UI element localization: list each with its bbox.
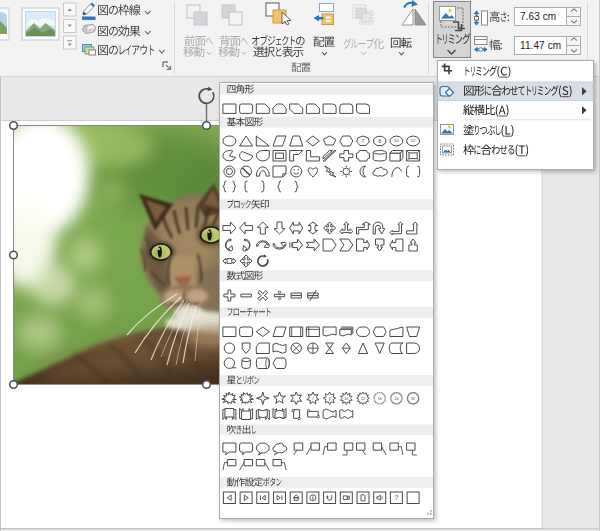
- svg-text:32: 32: [411, 397, 415, 401]
- svg-text:12: 12: [361, 397, 365, 401]
- svg-text:24: 24: [394, 397, 398, 401]
- svg-text:7: 7: [361, 139, 364, 144]
- svg-text:10: 10: [344, 397, 348, 401]
- svg-text:8: 8: [378, 139, 381, 144]
- svg-text:10: 10: [394, 138, 399, 143]
- svg-text:16: 16: [377, 397, 381, 401]
- svg-text:7: 7: [311, 397, 313, 401]
- svg-text:12: 12: [410, 138, 415, 143]
- svg-text:8: 8: [328, 397, 330, 401]
- svg-text:?: ?: [394, 494, 398, 501]
